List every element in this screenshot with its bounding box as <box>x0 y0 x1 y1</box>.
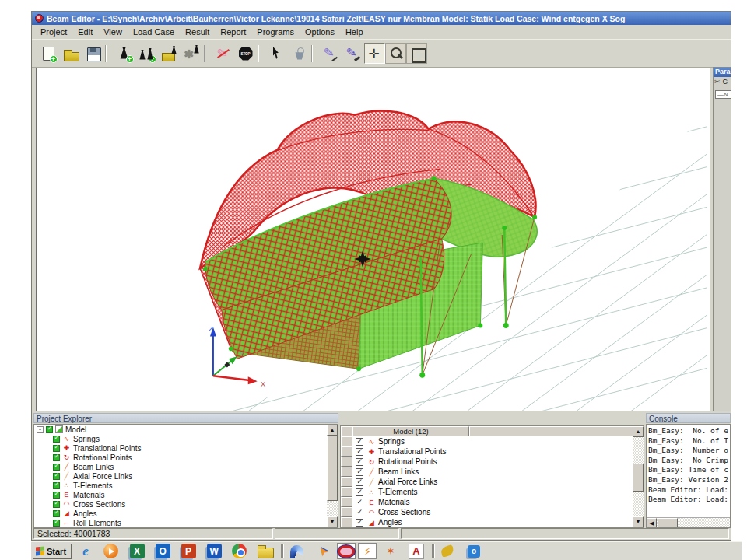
taskbar-separator[interactable] <box>430 543 434 559</box>
title-bar[interactable]: Beam Editor - E:\Synch\Archiv\Arbeit\Bau… <box>32 12 731 25</box>
media-player-icon[interactable] <box>100 543 123 559</box>
item-angles[interactable]: ◢ Angles <box>341 517 644 527</box>
checkbox[interactable] <box>356 488 363 496</box>
menu-item[interactable]: View <box>98 26 128 38</box>
load-settings-button[interactable] <box>181 43 202 64</box>
new-load-button[interactable] <box>114 43 135 64</box>
scissors-icon[interactable]: ✂ <box>714 79 721 86</box>
item-springs[interactable]: ∿ Springs <box>341 436 644 446</box>
checkbox[interactable] <box>53 436 60 443</box>
word-icon[interactable]: W <box>202 543 226 559</box>
menu-item[interactable]: Load Case <box>128 26 180 38</box>
beam-editor-icon[interactable] <box>337 543 356 559</box>
menu-item[interactable]: Help <box>340 26 369 38</box>
checkbox[interactable] <box>356 468 363 476</box>
new-load-group-button[interactable] <box>136 43 157 64</box>
item-beam-links[interactable]: ╱ Beam Links <box>34 462 327 471</box>
checkbox[interactable] <box>53 464 60 471</box>
menu-item[interactable]: Options <box>300 26 340 38</box>
save-button[interactable] <box>82 43 103 64</box>
menu-item[interactable]: Programs <box>251 26 300 38</box>
item-axial-force-links[interactable]: ╱ Axial Force Links <box>341 477 644 487</box>
checkbox[interactable] <box>53 520 60 527</box>
toolbar-separator[interactable] <box>204 43 211 64</box>
zoom-view-button[interactable] <box>385 43 406 64</box>
menu-item[interactable]: Edit <box>72 26 98 38</box>
item-axial-force-links[interactable]: ╱ Axial Force Links <box>34 471 327 481</box>
outlook-classic-icon[interactable]: o <box>462 543 486 559</box>
tree-item-model[interactable]: - Model <box>34 425 327 434</box>
excel-icon[interactable]: X <box>125 543 149 559</box>
acrobat-icon[interactable]: A <box>405 543 428 559</box>
checkbox[interactable] <box>53 445 60 452</box>
paint-star-icon[interactable]: ✶ <box>379 543 402 559</box>
powerpoint-icon[interactable]: P <box>177 543 200 559</box>
draw-axial-link-button[interactable] <box>320 43 341 64</box>
checkbox[interactable] <box>356 478 363 486</box>
menu-item[interactable]: Result <box>180 26 215 38</box>
fit-view-button[interactable] <box>406 43 427 64</box>
checkbox[interactable] <box>53 492 60 499</box>
outlook-icon[interactable]: O <box>151 543 174 559</box>
menu-item[interactable]: Report <box>215 26 251 38</box>
checkbox[interactable] <box>356 448 363 456</box>
toolbar-separator[interactable] <box>105 43 112 64</box>
collapse-icon[interactable]: - <box>37 426 44 433</box>
bucket-button[interactable] <box>289 43 310 64</box>
item-cross-sections[interactable]: ◠ Cross Sections <box>34 499 327 509</box>
item-t-elements[interactable]: ∴ T-Elements <box>34 481 327 490</box>
winamp-icon[interactable]: ⚡ <box>358 543 377 559</box>
item-t-elements[interactable]: ∴ T-Elements <box>341 487 644 497</box>
new-project-button[interactable] <box>37 43 58 64</box>
item-rotational-points[interactable]: ↻ Rotational Points <box>34 453 327 462</box>
item-translational-points[interactable]: ✚ Translational Points <box>34 443 327 453</box>
console-scrollbar[interactable] <box>647 517 730 527</box>
toolbar-separator[interactable] <box>258 43 265 64</box>
model-viewport[interactable]: Z Y X <box>36 68 710 411</box>
item-roll-elements[interactable]: ⌐ Roll Elements <box>34 518 327 527</box>
start-button[interactable]: Start <box>33 544 72 559</box>
item-materials[interactable]: E Materials <box>34 490 327 499</box>
menu-item[interactable]: Project <box>35 26 72 38</box>
checkbox[interactable] <box>53 482 60 489</box>
checkbox[interactable] <box>53 510 60 517</box>
checkbox[interactable] <box>53 501 60 508</box>
checkbox[interactable] <box>356 509 363 516</box>
cad-cursor-icon[interactable]: ➤ <box>311 543 335 559</box>
checkbox[interactable] <box>53 454 60 461</box>
select-arrow-button[interactable] <box>266 43 287 64</box>
color-fan-icon[interactable] <box>286 543 309 559</box>
taskbar-separator[interactable] <box>279 543 283 559</box>
model-count-header[interactable]: Model (12) <box>352 426 469 436</box>
stop-button[interactable]: STOP <box>235 43 256 64</box>
item-cross-sections[interactable]: ◠ Cross Sections <box>341 507 644 517</box>
panel-icon[interactable]: C <box>723 79 728 86</box>
checkbox[interactable] <box>46 426 53 433</box>
erase-button[interactable] <box>212 43 233 64</box>
item-translational-points[interactable]: ✚ Translational Points <box>341 446 644 457</box>
checkbox[interactable] <box>356 519 363 527</box>
checkbox[interactable] <box>356 499 363 506</box>
bird-icon[interactable] <box>437 543 460 559</box>
move-view-button[interactable] <box>364 43 385 64</box>
open-project-button[interactable] <box>60 43 81 64</box>
checkbox[interactable] <box>356 458 363 466</box>
model-list-scrollbar[interactable] <box>633 426 644 527</box>
item-angles[interactable]: ◢ Angles <box>34 509 327 518</box>
item-rotational-points[interactable]: ↻ Rotational Points <box>341 457 644 467</box>
checkbox[interactable] <box>356 438 363 446</box>
tree-scrollbar[interactable] <box>327 425 338 527</box>
internet-explorer-icon[interactable]: e <box>74 543 97 559</box>
parameters-panel-title: Para <box>714 68 731 77</box>
file-manager-icon[interactable] <box>254 543 277 559</box>
open-load-button[interactable] <box>159 43 180 64</box>
console-line: Beam Editor: Load: <box>648 485 730 495</box>
item-beam-links[interactable]: ╱ Beam Links <box>341 467 644 477</box>
item-materials[interactable]: E Materials <box>341 497 644 507</box>
toolbar-separator[interactable] <box>311 43 318 64</box>
checkbox[interactable] <box>53 473 60 480</box>
chrome-icon[interactable] <box>228 543 251 559</box>
draw-beam-link-button[interactable] <box>342 43 363 64</box>
parameters-field[interactable]: —N <box>715 90 731 99</box>
item-springs[interactable]: ∿ Springs <box>34 434 327 443</box>
